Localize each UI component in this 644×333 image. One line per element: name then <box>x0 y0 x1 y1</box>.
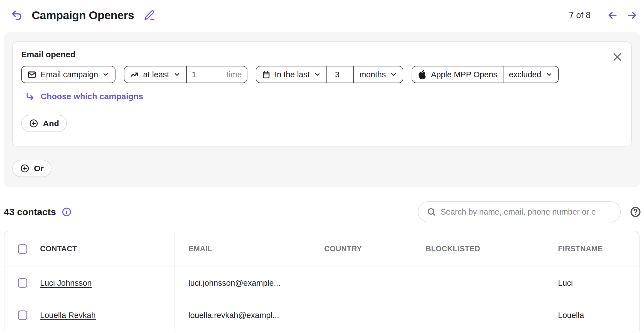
timeframe-unit-dropdown[interactable]: months <box>354 66 403 83</box>
back-button[interactable] <box>11 9 23 21</box>
email-cell: luci.johnsson@example... <box>175 279 311 288</box>
chevron-down-icon <box>314 71 321 78</box>
contacts-count: 43 contacts <box>4 207 72 217</box>
search-input[interactable] <box>441 207 617 217</box>
timeframe-value-segment <box>327 66 353 83</box>
mpp-mode-label: excluded <box>509 70 541 79</box>
row-checkbox[interactable] <box>18 310 27 320</box>
table-row: Louella Revkah louella.revkah@exampl... … <box>4 299 639 331</box>
contact-name-link[interactable]: Luci Johnsson <box>40 279 92 288</box>
close-icon <box>612 51 623 63</box>
contacts-search <box>418 201 621 222</box>
operator-dropdown[interactable]: at least <box>124 66 186 83</box>
contact-cell: Louella Revkah <box>4 299 175 331</box>
arrow-left-icon <box>607 9 618 21</box>
column-header-firstname: FIRSTNAME <box>545 245 639 253</box>
chevron-down-icon <box>545 71 553 78</box>
row-checkbox[interactable] <box>18 278 27 288</box>
timeframe-label: In the last <box>275 70 310 79</box>
next-page-button[interactable] <box>626 9 638 21</box>
column-header-country: COUNTRY <box>311 245 412 253</box>
firstname-cell: Louella <box>545 311 639 320</box>
apple-mpp-label: Apple MPP Opens <box>431 70 497 79</box>
corner-down-right-icon <box>25 91 35 101</box>
choose-campaigns-link[interactable]: Choose which campaigns <box>25 91 143 101</box>
apple-mpp-control: Apple MPP Opens excluded <box>412 66 559 83</box>
pencil-icon <box>144 9 155 21</box>
condition-type-label: Email campaign <box>41 70 98 79</box>
help-button[interactable] <box>629 206 642 218</box>
operator-label: at least <box>143 70 169 79</box>
edit-name-button[interactable] <box>144 9 155 21</box>
contacts-count-label: 43 contacts <box>4 207 56 217</box>
apple-mpp-segment: Apple MPP Opens <box>412 66 503 83</box>
table-header-row: CONTACT EMAIL COUNTRY BLOCKLISTED FIRSTN… <box>4 231 639 267</box>
filter-group-title: Email opened <box>21 50 623 59</box>
apple-icon <box>418 70 427 79</box>
contacts-table: CONTACT EMAIL COUNTRY BLOCKLISTED FIRSTN… <box>4 231 640 331</box>
envelope-icon <box>27 70 36 79</box>
column-header-contact: CONTACT <box>40 245 77 253</box>
or-button-label: Or <box>34 164 44 173</box>
count-suffix-label: time <box>227 70 242 79</box>
condition-type-control: Email campaign <box>21 66 115 83</box>
undo-arrow-icon <box>11 9 23 21</box>
search-icon <box>427 207 436 217</box>
remove-condition-button[interactable] <box>612 51 623 63</box>
frequency-control: at least time <box>124 66 247 83</box>
segment-conditions-panel: Email opened Email campaign <box>4 32 640 187</box>
prev-page-button[interactable] <box>607 9 618 21</box>
arrow-right-icon <box>626 9 638 21</box>
firstname-cell: Luci <box>545 279 639 288</box>
column-header-email: EMAIL <box>175 245 311 253</box>
timeframe-control: In the last months <box>256 66 404 83</box>
mpp-mode-dropdown[interactable]: excluded <box>503 66 558 83</box>
info-icon[interactable] <box>62 207 72 217</box>
email-cell: louella.revkah@exampl... <box>175 311 311 320</box>
pagination-label: 7 of 8 <box>569 10 591 20</box>
timeframe-dropdown[interactable]: In the last <box>256 66 327 83</box>
column-header-blocklisted: BLOCKLISTED <box>412 245 545 253</box>
table-row: Luci Johnsson luci.johnsson@example... L… <box>4 267 639 299</box>
chevron-down-icon <box>390 71 397 78</box>
chevron-down-icon <box>173 71 181 78</box>
contact-cell: Luci Johnsson <box>4 267 175 299</box>
choose-campaigns-label: Choose which campaigns <box>41 92 143 101</box>
contact-name-link[interactable]: Louella Revkah <box>40 311 96 320</box>
contacts-toolbar: 43 contacts <box>0 201 644 222</box>
header-contact-cell: CONTACT <box>4 231 175 267</box>
trending-up-icon <box>130 70 139 79</box>
and-button-label: And <box>43 119 59 128</box>
filter-group-card: Email opened Email campaign <box>12 41 632 146</box>
condition-row: Email campaign at least <box>21 66 623 83</box>
condition-type-dropdown[interactable]: Email campaign <box>22 66 115 83</box>
calendar-icon <box>262 70 271 79</box>
top-bar: Campaign Openers 7 of 8 <box>0 0 644 31</box>
timeframe-unit-label: months <box>359 70 386 79</box>
select-all-checkbox[interactable] <box>18 244 27 254</box>
count-input[interactable] <box>192 70 222 79</box>
help-icon <box>629 206 642 218</box>
plus-circle-icon <box>29 119 38 128</box>
chevron-down-icon <box>102 71 109 78</box>
count-segment: time <box>187 66 247 83</box>
and-button[interactable]: And <box>21 115 67 132</box>
plus-circle-icon <box>20 164 30 173</box>
page-title: Campaign Openers <box>32 9 134 22</box>
timeframe-value-input[interactable] <box>332 70 348 79</box>
or-button[interactable]: Or <box>12 160 51 177</box>
